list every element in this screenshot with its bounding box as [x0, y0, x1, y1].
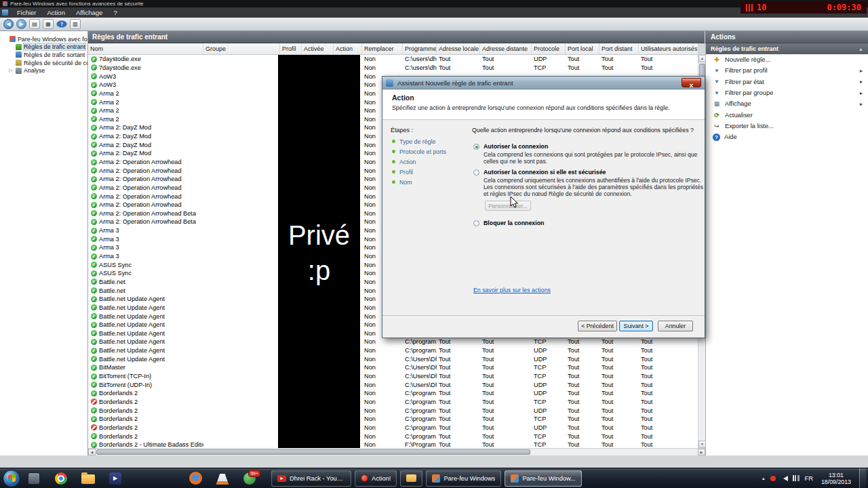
column-header-utilisateurs-autoris-s[interactable]: Utilisateurs autorisés — [639, 43, 698, 54]
taskbar-vlc-icon[interactable] — [214, 470, 231, 487]
table-row[interactable]: Borderlands 2NonC:\program...ToutToutTCP… — [88, 415, 698, 424]
action-item-aide[interactable]: ?Aide — [706, 131, 868, 142]
actions-context-header[interactable]: Règles de trafic entrant ▲ — [706, 43, 868, 54]
taskbar-torrent-icon[interactable]: 99+ — [241, 470, 258, 487]
rule-name: Arma 3 — [99, 227, 119, 234]
option-label[interactable]: Autoriser la connexion — [484, 143, 707, 150]
taskbar-firefox-icon[interactable] — [187, 470, 203, 487]
menu-fichier[interactable]: Fichier — [12, 9, 42, 16]
taskbar-button-dhrei-rack-yout[interactable]: Dhrei Rack - YouT... — [271, 470, 351, 487]
column-header-nom[interactable]: Nom — [88, 43, 203, 54]
tree-item-pare-feu-windows-avec-fonctio[interactable]: Pare-feu Windows avec fonctio — [0, 35, 87, 43]
option-label[interactable]: Bloquer la connexion — [484, 220, 544, 227]
taskbar-button-action[interactable]: Action! — [355, 470, 397, 487]
rule-name: Arma 2: Operation Arrowhead — [99, 184, 182, 191]
radio-bloquer-la-connexion[interactable] — [473, 220, 479, 226]
action-item-filtrer-par-groupe[interactable]: ▼Filtrer par groupe▸ — [706, 87, 868, 98]
volume-tray-icon[interactable] — [781, 476, 788, 481]
action-item-filtrer-par-tat[interactable]: ▼Filtrer par état▸ — [706, 77, 868, 87]
show-console-tree-icon[interactable]: ▤ — [29, 19, 40, 29]
taskbar-button-pare-feu-window[interactable]: Pare-feu Window... — [505, 470, 582, 487]
option-label[interactable]: Autoriser la connexion si elle est sécur… — [484, 169, 707, 176]
firewall-icon — [432, 474, 440, 483]
column-header-profil[interactable]: Profil — [280, 43, 302, 54]
horizontal-scroll-thumb[interactable] — [96, 449, 530, 455]
radio-autoriser-la-connexion[interactable] — [473, 144, 479, 150]
table-row[interactable]: BitMasterNonC:\Users\Dh...ToutToutTCPTou… — [88, 363, 698, 372]
scroll-right-icon[interactable] — [698, 449, 705, 455]
column-header-groupe[interactable]: Groupe — [203, 43, 280, 54]
cancel-button[interactable]: Annuler — [658, 321, 693, 331]
start-button[interactable] — [3, 470, 20, 487]
column-header-action[interactable]: Action — [334, 43, 362, 54]
taskbar-app-icon-1[interactable] — [26, 470, 42, 487]
table-row[interactable]: Battle.net Update AgentNonC:\program...T… — [88, 346, 698, 355]
action-item-exporter-la-liste[interactable]: ↪Exporter la liste... — [706, 121, 868, 131]
table-row[interactable]: Battle.net Update AgentNonC:\Users\Dh...… — [88, 354, 698, 363]
column-header-adresse-locale[interactable]: Adresse locale — [437, 43, 480, 54]
tree-item-r-gles-de-s-curit-de-conne[interactable]: Règles de sécurité de conne — [0, 59, 87, 67]
column-header-activ-e[interactable]: Activée — [302, 43, 334, 54]
column-header-programme[interactable]: Programme — [403, 43, 437, 54]
table-row[interactable]: Borderlands 2NonC:\program...ToutToutUDP… — [88, 406, 698, 415]
scroll-down-icon[interactable] — [698, 441, 706, 448]
close-icon[interactable] — [682, 78, 701, 87]
forward-icon[interactable]: ▶ — [16, 19, 26, 29]
scroll-up-icon[interactable] — [698, 55, 706, 62]
network-tray-icon[interactable] — [793, 475, 800, 481]
taskbar-media-player-icon[interactable] — [107, 470, 123, 487]
horizontal-scrollbar[interactable] — [88, 448, 705, 455]
tree-item-analyse[interactable]: ▷Analyse — [0, 66, 87, 75]
tree-item-r-gles-de-trafic-sortant[interactable]: Règles de trafic sortant — [0, 51, 87, 59]
help-icon[interactable]: ? — [56, 20, 67, 28]
table-row[interactable]: Borderlands 2NonC:\program...ToutToutTCP… — [88, 432, 698, 441]
back-button[interactable]: < Précédent — [578, 321, 617, 331]
menu-action[interactable]: Action — [42, 9, 71, 16]
show-action-pane-icon[interactable]: ▥ — [70, 19, 81, 29]
cell-port-distant: Tout — [599, 424, 639, 431]
taskbar-button-label: Action! — [372, 475, 391, 482]
scroll-left-icon[interactable] — [88, 449, 96, 455]
table-row[interactable]: 7daystodie.exeNonC:\users\dhr...ToutTout… — [88, 64, 698, 73]
learn-more-link[interactable]: En savoir plus sur les actions — [473, 287, 551, 293]
table-row[interactable]: 7daystodie.exeNonC:\users\dhr...ToutTout… — [88, 55, 698, 64]
taskbar-button-explorer[interactable] — [400, 470, 422, 487]
column-header-protocole[interactable]: Protocole — [532, 43, 566, 54]
export-list-icon[interactable]: ▦ — [43, 19, 54, 29]
table-row[interactable]: BitTorrent (TCP-In)NonC:\Users\Dh...Tout… — [88, 372, 698, 381]
action-item-label: Exporter la liste... — [725, 123, 774, 129]
action-item-affichage[interactable]: ▦Affichage▸ — [706, 98, 868, 109]
customize-button[interactable]: Personnaliser... — [485, 201, 531, 211]
collapse-arrow-icon[interactable]: ▲ — [859, 47, 863, 52]
show-desktop-button[interactable] — [859, 468, 866, 488]
taskbar-explorer-icon[interactable] — [80, 470, 96, 487]
tree-item-r-gles-de-trafic-entrant[interactable]: Règles de trafic entrant — [0, 43, 87, 52]
action-item-nouvelle-r-gle[interactable]: ✚Nouvelle règle... — [706, 54, 868, 65]
column-header-port-distant[interactable]: Port distant — [599, 43, 639, 54]
table-row[interactable]: Battle.net Update AgentNonC:\program...T… — [88, 338, 698, 346]
show-hidden-icons-button[interactable] — [762, 476, 765, 481]
column-header-adresse-distante[interactable]: Adresse distante — [480, 43, 532, 54]
action-tray-icon[interactable] — [770, 476, 776, 481]
column-header-remplacer[interactable]: Remplacer — [362, 43, 403, 54]
radio-autoriser-la-connexion-si-elle-est-s-curis-e[interactable] — [473, 169, 479, 176]
taskbar-chrome-icon[interactable] — [53, 470, 69, 487]
taskbar-button-pare-feu-windows[interactable]: Pare-feu Windows — [426, 470, 501, 487]
taskbar-clock[interactable]: 13:01 18/09/2013 — [821, 472, 851, 485]
action-item-actualiser[interactable]: ⟳Actualiser — [706, 109, 868, 120]
table-row[interactable]: Borderlands 2NonC:\program...ToutToutUDP… — [88, 389, 698, 398]
column-header-port-local[interactable]: Port local — [566, 43, 599, 54]
table-row[interactable]: Borderlands 2 - Ultimate Badass EditionN… — [88, 441, 698, 448]
menu-affichage[interactable]: Affichage — [71, 9, 108, 16]
table-row[interactable]: BitTorrent (UDP-In)NonC:\Users\Dh...Tout… — [88, 380, 698, 389]
back-icon[interactable]: ◀ — [3, 19, 14, 29]
table-row[interactable]: Borderlands 2NonC:\program...ToutToutTCP… — [88, 398, 698, 407]
wizard-titlebar[interactable]: Assistant Nouvelle règle de trafic entra… — [382, 77, 705, 89]
language-indicator[interactable]: FR — [805, 475, 813, 482]
table-row[interactable]: Borderlands 2NonC:\program...ToutToutUDP… — [88, 424, 698, 432]
action-item-filtrer-par-profil[interactable]: ▼Filtrer par profil▸ — [706, 65, 868, 76]
menu-item[interactable]: ? — [108, 9, 122, 16]
next-button[interactable]: Suivant > — [619, 321, 653, 331]
expander-icon[interactable]: ▷ — [8, 68, 14, 73]
cell-adresse-locale: Tout — [437, 399, 480, 405]
